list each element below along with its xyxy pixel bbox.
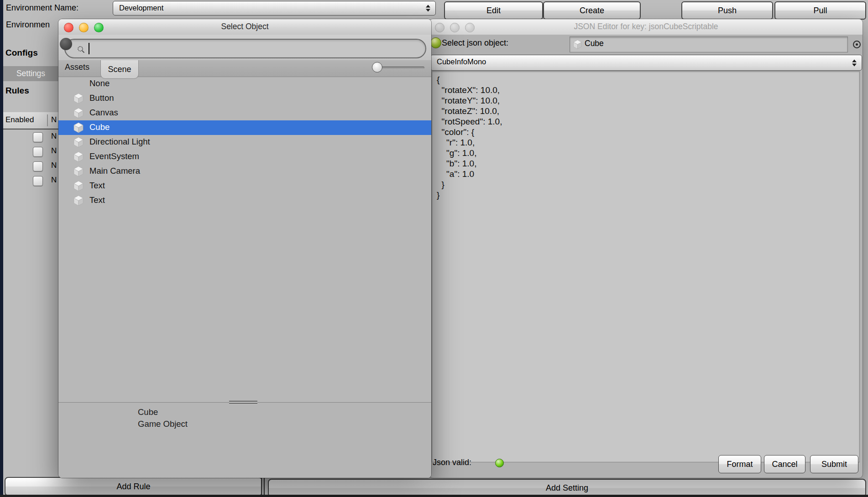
edit-button[interactable]: Edit (444, 1, 543, 20)
json-object-field[interactable]: Cube (570, 36, 848, 52)
environment-dropdown-value: Development (119, 4, 163, 12)
sidebar-item-settings[interactable]: Settings (3, 66, 58, 81)
json-editor-title: JSON Editor for key: jsonCubeScriptable (429, 22, 863, 31)
left-dark-strip (0, 0, 3, 497)
search-scope-knob-icon[interactable] (60, 38, 72, 50)
rule-name: N (51, 176, 57, 185)
rule-enabled-checkbox[interactable] (33, 161, 43, 171)
object-selector-tabbar: Assets Scene (58, 60, 431, 77)
rule-enabled-checkbox[interactable] (33, 132, 43, 142)
rule-row: N (3, 145, 58, 160)
pane-splitter-handle[interactable] (261, 475, 265, 497)
object-list-item[interactable]: Text (58, 193, 431, 208)
json-text-content: { "rotateX": 10.0, "rotateY": 10.0, "rot… (432, 72, 859, 203)
add-setting-button[interactable]: Add Setting (268, 479, 866, 497)
submit-button[interactable]: Submit (810, 455, 858, 473)
rule-row: N (3, 174, 58, 189)
screen: Environment Name: Development Edit Creat… (0, 0, 868, 497)
environment-dropdown[interactable]: Development (113, 1, 436, 16)
rules-rows: NNNN (3, 130, 58, 189)
cube-icon (73, 151, 84, 163)
component-type-dropdown[interactable]: CubeInfoMono (430, 55, 862, 71)
object-list-item[interactable]: Canvas (58, 106, 431, 120)
search-input[interactable] (64, 39, 426, 58)
rule-enabled-checkbox[interactable] (33, 176, 43, 186)
select-json-object-label: Select json object: (442, 38, 508, 48)
rules-table-header: Enabled N (3, 112, 58, 129)
rule-row: N (3, 160, 58, 174)
environment-name-label: Environment Name: (6, 3, 78, 13)
name-column-header: N (51, 115, 57, 124)
icon-size-slider-knob[interactable] (372, 62, 382, 72)
enabled-column-header: Enabled (5, 115, 34, 124)
object-label: EventSystem (89, 151, 139, 161)
cube-icon (73, 93, 84, 104)
object-list-item[interactable]: Text (58, 179, 431, 193)
pull-button[interactable]: Pull (774, 1, 866, 20)
component-type-dropdown-value: CubeInfoMono (437, 57, 486, 66)
json-valid-label: Json valid: (433, 458, 471, 467)
object-list: None Button Canvas Cube Directional Ligh… (58, 77, 431, 402)
cancel-button[interactable]: Cancel (764, 455, 805, 473)
resize-handle-icon[interactable] (229, 401, 257, 404)
object-preview-panel: Cube Game Object (58, 402, 431, 478)
json-editor-window: JSON Editor for key: jsonCubeScriptable … (429, 19, 863, 478)
object-status-led-icon (430, 37, 441, 48)
cube-icon (73, 180, 84, 192)
column-divider (47, 114, 48, 126)
object-label: None (89, 78, 110, 88)
search-icon (77, 46, 85, 56)
json-editor-titlebar[interactable]: JSON Editor for key: jsonCubeScriptable (429, 19, 863, 35)
create-button[interactable]: Create (543, 1, 641, 20)
search-area (58, 35, 431, 60)
rule-name: N (51, 132, 57, 141)
object-label: Text (89, 195, 105, 205)
object-label: Button (89, 93, 114, 103)
object-label: Canvas (89, 108, 118, 118)
json-text-editor[interactable]: { "rotateX": 10.0, "rotateY": 10.0, "rot… (432, 71, 860, 462)
object-label: Main Camera (89, 166, 140, 176)
cube-icon (73, 166, 84, 177)
rule-enabled-checkbox[interactable] (33, 147, 43, 157)
preview-object-type: Game Object (138, 419, 188, 429)
cube-icon (73, 136, 84, 148)
dropdown-stepper-icon (426, 5, 430, 12)
cube-icon (73, 122, 84, 134)
rule-row: N (3, 130, 58, 145)
rule-name: N (51, 146, 57, 155)
select-object-titlebar[interactable]: Select Object (58, 19, 431, 35)
environment-truncated-label: Environmen (6, 20, 58, 30)
cube-icon (73, 107, 84, 119)
tab-assets[interactable]: Assets (65, 62, 89, 72)
preview-object-name: Cube (138, 407, 158, 417)
json-object-field-value: Cube (585, 39, 604, 48)
push-button[interactable]: Push (681, 1, 773, 20)
object-list-item[interactable]: EventSystem (58, 150, 431, 164)
cube-icon (73, 195, 84, 207)
text-caret (89, 43, 89, 54)
object-list-item[interactable]: Main Camera (58, 164, 431, 179)
rule-name: N (51, 161, 57, 170)
select-object-title: Select Object (58, 22, 431, 31)
object-list-item[interactable]: Cube (58, 120, 431, 135)
object-list-item[interactable]: Button (58, 91, 431, 106)
dropdown-stepper-icon (852, 59, 857, 66)
object-label: Cube (89, 122, 110, 132)
object-label: Directional Light (89, 137, 150, 147)
object-picker-icon[interactable] (853, 41, 861, 48)
configs-label: Configs (5, 48, 38, 58)
add-rule-button[interactable]: Add Rule (5, 477, 262, 496)
select-object-window: Select Object Assets Scene None (58, 19, 431, 478)
rules-label: Rules (5, 86, 29, 96)
icon-size-slider-track[interactable] (377, 67, 424, 69)
json-valid-led-icon (495, 459, 504, 467)
window-bottom-edge (0, 495, 868, 497)
format-button[interactable]: Format (718, 455, 761, 473)
object-list-item[interactable]: Directional Light (58, 135, 431, 150)
tab-scene[interactable]: Scene (100, 60, 139, 79)
cube-icon (572, 39, 583, 52)
object-label: Text (89, 181, 105, 191)
